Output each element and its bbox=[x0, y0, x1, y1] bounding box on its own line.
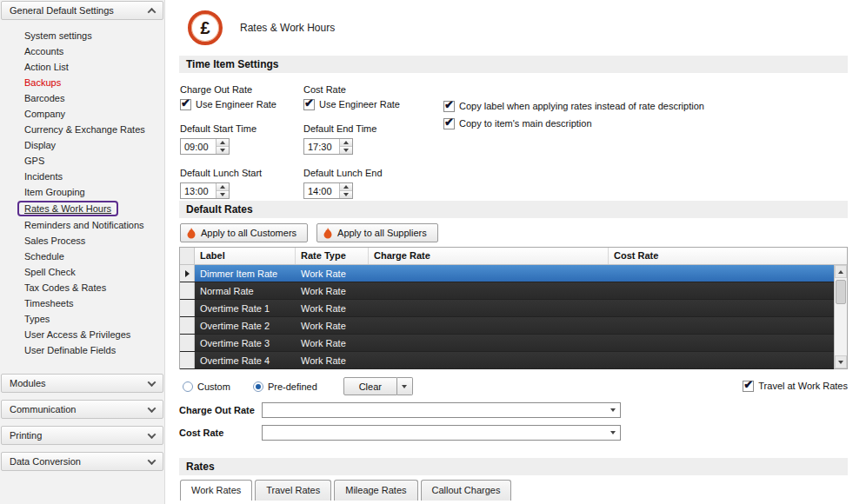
copy-main-description-checkbox[interactable]: Copy to item's main description bbox=[443, 118, 848, 129]
copy-options-column: Copy label when applying rates instead o… bbox=[443, 84, 848, 199]
tab-mileage-rates[interactable]: Mileage Rates bbox=[334, 480, 417, 501]
spinner-buttons bbox=[339, 183, 352, 198]
sidebar-item-backups[interactable]: Backups bbox=[0, 75, 164, 90]
sidebar-item-user-definable-fields[interactable]: User Definable Fields bbox=[0, 342, 164, 358]
default-lunch-start-input[interactable]: 13:00 bbox=[180, 182, 230, 199]
default-end-time-input[interactable]: 17:30 bbox=[303, 138, 353, 155]
default-lunch-end-input[interactable]: 14:00 bbox=[303, 182, 353, 199]
spinner-down-button[interactable] bbox=[340, 147, 352, 154]
table-row[interactable]: Normal Rate Work Rate bbox=[180, 282, 834, 300]
sidebar-item-barcodes[interactable]: Barcodes bbox=[0, 90, 164, 106]
sidebar-item-accounts[interactable]: Accounts bbox=[0, 43, 164, 59]
rate-mode-row: Custom Pre-defined Clear Travel at Work … bbox=[179, 369, 848, 395]
arrow-down-icon bbox=[220, 193, 225, 196]
sidebar-item-display[interactable]: Display bbox=[0, 137, 164, 153]
sidebar-item-sales-process[interactable]: Sales Process bbox=[0, 233, 164, 249]
cost-rate-row: Cost Rate bbox=[179, 418, 848, 441]
spinner-down-button[interactable] bbox=[216, 147, 229, 154]
spinner-down-button[interactable] bbox=[216, 191, 229, 198]
arrow-up-icon bbox=[220, 141, 225, 144]
spinner-up-button[interactable] bbox=[216, 183, 229, 191]
arrow-down-icon bbox=[610, 408, 616, 412]
charge-use-engineer-rate-checkbox[interactable]: Use Engineer Rate bbox=[180, 99, 303, 110]
sidebar-item-user-access-privileges[interactable]: User Access & Privileges bbox=[0, 327, 164, 342]
copy-label-checkbox[interactable]: Copy label when applying rates instead o… bbox=[443, 101, 848, 112]
table-scrollbar[interactable] bbox=[834, 265, 847, 368]
sidebar-item-action-list[interactable]: Action List bbox=[0, 59, 164, 75]
section-header-communication[interactable]: Communication bbox=[1, 400, 163, 419]
rates-tabs: Work Rates Travel Rates Mileage Rates Ca… bbox=[179, 475, 848, 501]
sidebar-item-item-grouping[interactable]: Item Grouping bbox=[0, 184, 164, 200]
chevron-down-icon bbox=[148, 430, 157, 439]
spinner-up-button[interactable] bbox=[340, 139, 352, 147]
page-title: Rates & Work Hours bbox=[240, 22, 335, 34]
sidebar-item-schedule[interactable]: Schedule bbox=[0, 249, 164, 264]
clear-button[interactable]: Clear bbox=[343, 377, 397, 395]
section-header-general-default-settings[interactable]: General Default Settings bbox=[1, 1, 163, 20]
sidebar-item-types[interactable]: Types bbox=[0, 311, 164, 327]
tab-work-rates[interactable]: Work Rates bbox=[180, 480, 252, 501]
apply-to-all-suppliers-button[interactable]: Apply to all Suppliers bbox=[316, 223, 438, 242]
spinner-down-button[interactable] bbox=[340, 191, 352, 198]
sidebar-item-reminders-notifications[interactable]: Reminders and Notifications bbox=[0, 217, 164, 233]
table-row[interactable]: Dimmer Item Rate Work Rate bbox=[180, 265, 834, 282]
default-rates-table: Label Rate Type Charge Rate Cost Rate Di… bbox=[179, 247, 848, 369]
charge-out-rate-dropdown[interactable] bbox=[262, 402, 621, 418]
sidebar-item-tax-codes-rates[interactable]: Tax Codes & Rates bbox=[0, 280, 164, 295]
scrollbar-thumb[interactable] bbox=[836, 280, 846, 304]
cost-rate-dropdown[interactable] bbox=[262, 425, 621, 441]
sidebar-item-timesheets[interactable]: Timesheets bbox=[0, 295, 164, 311]
table-header-row: Label Rate Type Charge Rate Cost Rate bbox=[180, 248, 847, 265]
dropdown-arrow[interactable] bbox=[606, 403, 620, 417]
time-item-settings-body: Charge Out Rate Use Engineer Rate Defaul… bbox=[179, 73, 848, 201]
rates-header: Rates bbox=[179, 458, 848, 475]
charge-out-rate-row: Charge Out Rate bbox=[179, 395, 848, 418]
table-row[interactable]: Overtime Rate 4 Work Rate bbox=[180, 352, 834, 369]
radio-unselected-icon bbox=[183, 381, 193, 392]
column-header-charge-rate[interactable]: Charge Rate bbox=[369, 248, 609, 264]
table-row[interactable]: Overtime Rate 1 Work Rate bbox=[180, 300, 834, 317]
tab-travel-rates[interactable]: Travel Rates bbox=[255, 480, 331, 501]
column-header-rate-type[interactable]: Rate Type bbox=[296, 248, 369, 264]
table-row[interactable]: Overtime Rate 3 Work Rate bbox=[180, 335, 834, 352]
sidebar-item-company[interactable]: Company bbox=[0, 106, 164, 122]
arrow-up-icon bbox=[343, 185, 349, 189]
table-body: Dimmer Item Rate Work Rate Normal Rate W… bbox=[180, 265, 834, 368]
travel-at-work-rates-checkbox[interactable]: Travel at Work Rates bbox=[743, 381, 848, 392]
spinner-up-button[interactable] bbox=[216, 139, 229, 147]
table-row[interactable]: Overtime Rate 2 Work Rate bbox=[180, 317, 834, 335]
default-start-time-input[interactable]: 09:00 bbox=[180, 138, 230, 155]
arrow-up-icon bbox=[220, 185, 225, 189]
sidebar-item-gps[interactable]: GPS bbox=[0, 153, 164, 169]
sidebar-item-system-settings[interactable]: System settings bbox=[0, 28, 164, 43]
arrow-up-icon bbox=[343, 141, 349, 144]
column-header-label[interactable]: Label bbox=[195, 248, 296, 264]
section-header-modules[interactable]: Modules bbox=[1, 374, 163, 393]
sidebar-item-rates-work-hours[interactable]: Rates & Work Hours bbox=[0, 200, 164, 217]
sidebar-item-spell-check[interactable]: Spell Check bbox=[0, 264, 164, 280]
flame-icon bbox=[187, 228, 196, 239]
cost-use-engineer-rate-checkbox[interactable]: Use Engineer Rate bbox=[303, 99, 443, 110]
column-header-cost-rate[interactable]: Cost Rate bbox=[609, 248, 847, 264]
scroll-up-button[interactable] bbox=[835, 265, 847, 278]
custom-radio[interactable]: Custom bbox=[183, 381, 230, 392]
clear-dropdown-button[interactable] bbox=[397, 377, 413, 395]
predefined-radio[interactable]: Pre-defined bbox=[253, 381, 317, 392]
section-header-printing[interactable]: Printing bbox=[1, 426, 163, 445]
default-rates-header: Default Rates bbox=[179, 201, 848, 218]
arrow-down-icon bbox=[343, 193, 349, 196]
spinner-up-button[interactable] bbox=[340, 183, 352, 191]
sidebar-item-incidents[interactable]: Incidents bbox=[0, 169, 164, 184]
apply-to-all-customers-button[interactable]: Apply to all Customers bbox=[180, 223, 308, 242]
scrollbar-track[interactable] bbox=[835, 278, 847, 355]
scroll-down-button[interactable] bbox=[835, 355, 847, 368]
section-header-label: General Default Settings bbox=[10, 5, 114, 16]
section-header-data-conversion[interactable]: Data Conversion bbox=[1, 452, 163, 471]
arrow-down-icon bbox=[402, 385, 407, 388]
row-pointer-icon bbox=[185, 270, 190, 277]
tab-callout-charges[interactable]: Callout Charges bbox=[421, 480, 512, 501]
row-selector-cell bbox=[180, 335, 195, 351]
dropdown-arrow[interactable] bbox=[606, 426, 620, 440]
default-lunch-end-label: Default Lunch End bbox=[303, 168, 443, 178]
sidebar-item-currency-exchange-rates[interactable]: Currency & Exchange Rates bbox=[0, 122, 164, 137]
